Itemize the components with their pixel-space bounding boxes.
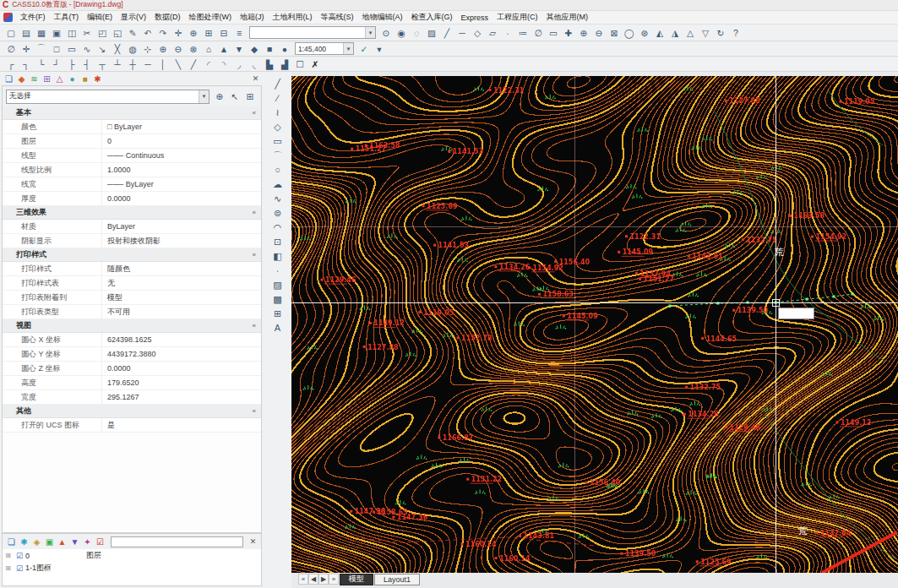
chevron-down-icon[interactable] <box>343 43 353 54</box>
rectangle-icon[interactable]: ▭ <box>269 134 286 148</box>
cass-triangulation-icon[interactable]: △ <box>53 73 66 85</box>
layer-match-icon[interactable]: ✦ <box>81 536 94 548</box>
property-section-header[interactable]: 基本 <box>3 106 261 120</box>
tab-layout1[interactable]: Layout1 <box>374 574 420 585</box>
menu-item[interactable]: 绘图处理(W) <box>185 11 237 24</box>
property-value[interactable]: □ ByLayer <box>102 120 261 133</box>
tee-top-icon[interactable]: ┬ <box>95 57 110 70</box>
box-icon[interactable]: ☐ <box>292 57 307 70</box>
cross-lines-icon[interactable]: ┼ <box>125 57 140 70</box>
layer-row[interactable]: 1-1图框 <box>3 562 261 574</box>
collapse-icon[interactable] <box>253 251 256 259</box>
property-value[interactable]: 是 <box>102 418 261 432</box>
property-value[interactable]: 不可用 <box>102 305 261 318</box>
corner-tl-icon[interactable]: ┌ <box>3 57 19 70</box>
layer-down-icon[interactable]: ▼ <box>68 536 81 548</box>
fill-tool-icon[interactable]: ■ <box>262 42 277 55</box>
raise-icon[interactable]: ▲ <box>216 42 231 55</box>
plot-icon[interactable]: ▣ <box>49 26 64 39</box>
zoom-realtime-icon[interactable]: ⊕ <box>186 26 201 39</box>
property-value[interactable]: 179.6520 <box>102 376 261 389</box>
quad-bl-icon[interactable]: ▙ <box>262 57 277 70</box>
property-section-header[interactable]: 其他 <box>3 405 261 418</box>
cass-grid-icon[interactable]: ⊞ <box>41 73 53 85</box>
layer-visibility-checkbox[interactable] <box>14 552 25 560</box>
distance-icon[interactable]: ∅ <box>531 26 546 39</box>
match-properties-icon[interactable]: ✎ <box>125 26 140 39</box>
menu-item[interactable]: 地籍(J) <box>236 11 269 24</box>
menu-item[interactable]: 其他应用(M) <box>542 11 593 24</box>
help-icon[interactable]: ? <box>728 26 743 39</box>
polyline-icon[interactable]: ≀ <box>269 106 286 119</box>
list-icon[interactable]: ≔ <box>515 26 531 39</box>
chevron-down-icon[interactable] <box>365 27 375 38</box>
layers-filter-input[interactable] <box>111 536 243 547</box>
zoom-out2-icon[interactable]: ⊖ <box>171 42 186 55</box>
layer-row[interactable]: 0 图层 <box>3 549 261 562</box>
zoom-in-icon[interactable]: ⊕ <box>576 26 591 39</box>
apply-scale-icon[interactable]: ✓ <box>356 42 372 55</box>
zoom-center-icon[interactable]: ⊗ <box>186 42 201 55</box>
zoom-in2-icon[interactable]: ⊕ <box>155 42 171 55</box>
menu-item[interactable]: 工具(T) <box>50 11 84 24</box>
cass-contour-icon[interactable]: ≋ <box>28 73 41 85</box>
cass-read-data-icon[interactable]: ❏ <box>3 73 15 85</box>
rect-tool-icon[interactable]: ▭ <box>64 42 79 55</box>
make-object-layer-icon[interactable]: ◉ <box>394 26 409 39</box>
quick-select-icon[interactable]: ⊞ <box>242 90 258 103</box>
open-icon[interactable]: ▤ <box>19 26 34 39</box>
collapse-icon[interactable] <box>253 209 256 216</box>
corner-tr-icon[interactable]: ┐ <box>19 57 34 70</box>
redo-icon[interactable]: ↷ <box>155 26 171 39</box>
tree-expand-icon[interactable] <box>3 564 14 572</box>
menu-item[interactable]: Express <box>457 11 493 24</box>
menu-item[interactable]: 文件(F) <box>16 11 50 24</box>
diag-fwd-icon[interactable]: ╱ <box>186 57 201 70</box>
dimension-style-icon[interactable]: ▱ <box>485 26 500 39</box>
lower-icon[interactable]: ▼ <box>231 42 247 55</box>
dot-tool-icon[interactable]: ● <box>277 42 292 55</box>
copy-icon[interactable]: ◰ <box>95 26 110 39</box>
zoom-window-icon[interactable]: ⊞ <box>201 26 216 39</box>
line-icon[interactable]: ╱ <box>269 77 286 90</box>
hline-icon[interactable]: ─ <box>140 57 155 70</box>
pan-icon[interactable]: ✛ <box>171 26 186 39</box>
tab-prev-icon[interactable]: ◀ <box>308 574 318 585</box>
menu-item[interactable]: 地物编辑(A) <box>358 11 407 24</box>
zoom-previous-icon[interactable]: ⊟ <box>216 26 231 39</box>
render-icon[interactable]: ◮ <box>667 26 683 39</box>
plot-preview-icon[interactable]: ◫ <box>64 26 79 39</box>
layer-lock-icon[interactable]: ◈ <box>30 536 43 548</box>
break-tool-icon[interactable]: ╳ <box>110 42 125 55</box>
arc-icon[interactable]: ⌒ <box>269 149 286 162</box>
property-value[interactable]: 投射和接收阴影 <box>102 234 261 248</box>
spline-icon[interactable]: ∿ <box>269 192 286 205</box>
construction-line-icon[interactable]: ∕ <box>269 91 286 105</box>
node-snap-icon[interactable]: ⊹ <box>140 42 155 55</box>
tee-left-icon[interactable]: ├ <box>64 57 79 70</box>
osnap-intersection-icon[interactable]: ✛ <box>19 42 34 55</box>
layer-isolate-icon[interactable]: ◌ <box>409 26 424 39</box>
property-value[interactable]: 随颜色 <box>102 262 261 275</box>
zoom-all-icon[interactable]: ◯ <box>622 26 637 39</box>
property-section-header[interactable]: 三维效果 <box>3 206 261 220</box>
redraw-icon[interactable]: ↻ <box>713 26 728 39</box>
layers-panel-close-icon[interactable] <box>248 536 259 547</box>
diag-back-icon[interactable]: ╲ <box>171 57 186 70</box>
make-block-icon[interactable]: ◧ <box>269 249 286 263</box>
property-value[interactable]: ─── Continuous <box>102 149 261 162</box>
home-view-icon[interactable]: ⌂ <box>201 42 216 55</box>
ellipse-icon[interactable]: ⊜ <box>269 206 286 220</box>
property-value[interactable]: 624398.1625 <box>102 333 261 346</box>
orbit-icon[interactable]: ⊛ <box>637 26 652 39</box>
property-value[interactable]: 4439172.3880 <box>102 347 261 361</box>
property-value[interactable]: 模型 <box>102 291 261 304</box>
property-value[interactable]: 1.0000 <box>102 163 261 177</box>
menu-item[interactable]: 显示(V) <box>117 11 150 24</box>
chevron-down-icon[interactable] <box>199 90 209 103</box>
tab-last-icon[interactable]: » <box>329 574 339 585</box>
layer-color-icon[interactable]: ▣ <box>43 536 56 548</box>
view-down-icon[interactable]: ▽ <box>698 26 713 39</box>
view-up-icon[interactable]: △ <box>683 26 698 39</box>
selection-filter-combo[interactable]: 无选择 <box>6 90 210 104</box>
